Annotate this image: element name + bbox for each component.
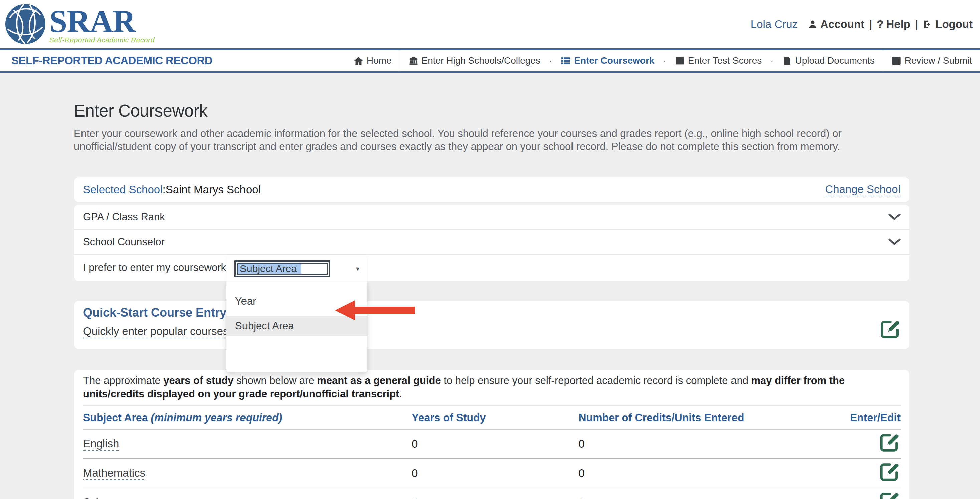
question-icon: ?: [877, 18, 883, 31]
accordion-label: GPA / Class Rank: [83, 211, 165, 223]
help-button[interactable]: ? Help: [877, 18, 910, 31]
column-years-of-study: Years of Study: [412, 406, 578, 429]
nav-item-enter-coursework[interactable]: Enter Coursework: [553, 56, 662, 66]
selected-school-card: Selected School: Saint Marys School Chan…: [74, 177, 909, 202]
page-title: Enter Coursework: [74, 101, 207, 121]
nav-item-label: Home: [367, 56, 392, 66]
subject-link-english[interactable]: English: [83, 437, 119, 451]
home-icon: [354, 56, 363, 66]
account-area: Lola Cruz Account | ? Help | Logout: [751, 0, 973, 48]
dropdown-caret-icon[interactable]: ▾: [356, 265, 360, 273]
subject-link-mathematics[interactable]: Mathematics: [83, 467, 145, 480]
coursework-by-dropdown: Year Subject Area: [226, 281, 368, 372]
separator: |: [869, 18, 872, 31]
nav-item-upload-documents[interactable]: Upload Documents: [774, 56, 883, 66]
enter-edit-button[interactable]: [880, 319, 901, 340]
coursework-preference-row: I prefer to enter my coursework by:: [74, 255, 909, 280]
quick-start-card: Quick-Start Course Entry Quickly enter p…: [74, 301, 909, 349]
nav-item-label: Upload Documents: [795, 56, 875, 66]
subject-link-science[interactable]: Science: [83, 496, 122, 499]
selected-school-separator: :: [163, 183, 165, 196]
coursework-by-select[interactable]: Subject Area ▾: [226, 256, 368, 281]
nav-menu: Home Enter High Schools/Colleges · Enter…: [346, 50, 980, 72]
separator: |: [915, 18, 918, 31]
enter-edit-button[interactable]: [880, 432, 900, 453]
enter-edit-button[interactable]: [880, 462, 900, 482]
quick-start-link[interactable]: Quickly enter popular courses: [83, 325, 229, 338]
nav-dot: ·: [549, 56, 553, 66]
logout-button[interactable]: Logout: [923, 18, 973, 31]
accordion-school-counselor[interactable]: School Counselor: [74, 230, 909, 255]
years-value: 0: [412, 459, 578, 488]
check-square-icon: [891, 56, 901, 66]
nav-item-label: Enter Test Scores: [688, 56, 762, 66]
table-row: Science 0 0: [83, 488, 900, 499]
selected-school-label: Selected School: [83, 183, 163, 196]
years-of-study-note: The approximate years of study shown bel…: [83, 374, 900, 401]
app-title: SELF-REPORTED ACADEMIC RECORD: [11, 54, 212, 67]
edit-icon: [880, 491, 900, 499]
chevron-down-icon: [888, 238, 900, 246]
years-value: 0: [412, 488, 578, 499]
credits-value: 0: [578, 429, 819, 459]
nav-item-label: Review / Submit: [905, 56, 972, 66]
enter-edit-button[interactable]: [880, 491, 900, 499]
column-enter-edit: Enter/Edit: [819, 406, 900, 429]
globe-logo-icon: [4, 3, 47, 45]
subject-table-card: The approximate years of study shown bel…: [74, 370, 909, 499]
column-subject-area: Subject Area (minimum years required): [83, 406, 412, 429]
accordion-card: GPA / Class Rank School Counselor I pref…: [74, 205, 909, 281]
edit-icon: [880, 432, 900, 453]
nav-item-label: Enter Coursework: [574, 56, 654, 66]
institution-icon: [409, 56, 418, 66]
brand-tagline: Self-Reported Academic Record: [49, 36, 155, 44]
content-area: Enter Coursework Enter your coursework a…: [0, 73, 980, 499]
logout-icon: [923, 19, 932, 29]
select-value-box[interactable]: Subject Area: [234, 260, 330, 277]
nav-item-label: Enter High Schools/Colleges: [422, 56, 541, 66]
accordion-label: School Counselor: [83, 236, 165, 248]
help-label: Help: [886, 18, 910, 31]
table-header-row: Subject Area (minimum years required) Ye…: [83, 406, 900, 429]
subject-area-table: Subject Area (minimum years required) Ye…: [83, 405, 900, 499]
list-icon: [561, 56, 571, 66]
red-arrow-annotation: [334, 300, 415, 321]
nav-item-enter-test-scores[interactable]: Enter Test Scores: [667, 56, 770, 66]
user-name-link[interactable]: Lola Cruz: [751, 18, 798, 31]
years-value: 0: [412, 429, 578, 459]
edit-icon: [880, 462, 900, 482]
nav-item-review-submit[interactable]: Review / Submit: [883, 56, 980, 66]
nav-item-home[interactable]: Home: [346, 56, 400, 66]
table-row: English 0 0: [83, 429, 900, 459]
chevron-down-icon: [888, 213, 900, 221]
accordion-gpa-class-rank[interactable]: GPA / Class Rank: [74, 205, 909, 230]
selected-school-name: Saint Marys School: [165, 183, 261, 196]
brand-name: SRAR: [49, 5, 155, 37]
logout-label: Logout: [935, 18, 973, 31]
srar-logo[interactable]: SRAR Self-Reported Academic Record: [4, 3, 155, 45]
person-icon: [808, 19, 818, 29]
nav-item-enter-high-schools[interactable]: Enter High Schools/Colleges: [401, 56, 549, 66]
account-label: Account: [820, 18, 864, 31]
main-navbar: SELF-REPORTED ACADEMIC RECORD Home Enter…: [0, 48, 980, 73]
selected-value-text: Subject Area: [238, 262, 301, 275]
nav-dot: ·: [662, 56, 667, 66]
document-icon: [782, 56, 792, 66]
nav-dot: ·: [770, 56, 774, 66]
page-description: Enter your coursework and other academic…: [74, 127, 882, 153]
top-header: SRAR Self-Reported Academic Record Lola …: [0, 0, 980, 48]
quick-start-title: Quick-Start Course Entry: [83, 306, 900, 319]
account-button[interactable]: Account: [808, 18, 864, 31]
table-row: Mathematics 0 0: [83, 459, 900, 488]
preference-label: I prefer to enter my coursework by:: [83, 262, 243, 273]
credits-value: 0: [578, 459, 819, 488]
credits-value: 0: [578, 488, 819, 499]
column-credits-units: Number of Credits/Units Entered: [578, 406, 819, 429]
table-icon: [675, 56, 685, 66]
change-school-link[interactable]: Change School: [825, 183, 900, 196]
edit-icon: [880, 319, 901, 340]
